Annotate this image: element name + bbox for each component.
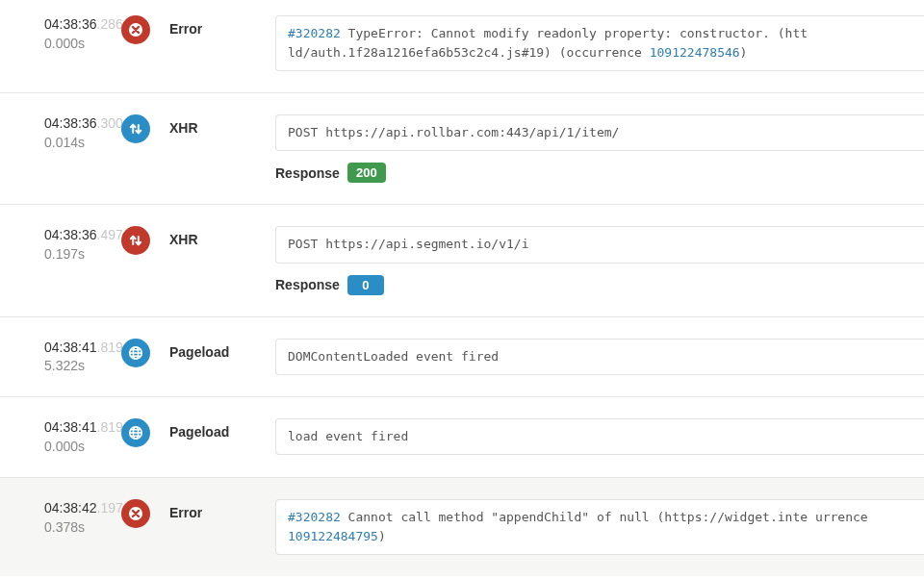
duration: 0.378s (44, 518, 121, 537)
timestamp-cell: 04:38:36.300 0.014s (0, 114, 121, 152)
detail-text: POST https://api.segment.io/v1/i (288, 237, 528, 251)
detail-cell: DOMContentLoaded event fired (275, 339, 924, 375)
timestamp-ms: .300 (97, 115, 123, 131)
timestamp-hms: 04:38:42 (44, 500, 97, 516)
event-type: Error (169, 15, 275, 37)
timestamp-ms: .819 (97, 340, 123, 355)
timestamp-cell: 04:38:36.286 0.000s (0, 15, 121, 53)
response-label: Response (275, 165, 340, 181)
detail-box[interactable]: load event fired (275, 418, 924, 455)
timestamp-ms: .286 (97, 16, 123, 32)
globe-icon (121, 339, 150, 367)
duration: 0.197s (44, 245, 121, 264)
detail-cell: POST https://api.rollbar.com:443/api/1/i… (275, 114, 924, 183)
timestamp-cell: 04:38:42.197 0.378s (0, 499, 121, 537)
event-type: XHR (169, 226, 275, 247)
duration: 0.000s (44, 438, 121, 456)
timestamp-ms: .497 (97, 227, 123, 242)
icon-cell (121, 499, 169, 528)
timestamp-ms: .819 (97, 419, 123, 435)
event-type: XHR (169, 114, 275, 136)
detail-text: Cannot call method "appendChild" of null… (341, 510, 868, 524)
detail-cell: #320282 TypeError: Cannot modify readonl… (275, 15, 924, 71)
detail-text: ) (740, 45, 748, 60)
timestamp-hms: 04:38:36 (44, 115, 97, 131)
icon-cell (121, 15, 169, 44)
item-link[interactable]: #320282 (288, 26, 341, 40)
item-link[interactable]: #320282 (288, 510, 341, 524)
detail-text: DOMContentLoaded event fired (288, 349, 499, 364)
response-status-badge: 200 (347, 163, 386, 183)
log-row[interactable]: 04:38:36.300 0.014s XHR POST https://api… (0, 93, 924, 205)
icon-cell (121, 418, 169, 447)
detail-cell: POST https://api.segment.io/v1/i Respons… (275, 226, 924, 294)
detail-text: POST https://api.rollbar.com:443/api/1/i… (288, 125, 619, 139)
log-row[interactable]: 04:38:36.497 0.197s XHR POST https://api… (0, 205, 924, 316)
icon-cell (121, 226, 169, 255)
event-type: Error (169, 499, 275, 520)
telemetry-log-list: 04:38:36.286 0.000s Error #320282 TypeEr… (0, 0, 924, 576)
detail-box[interactable]: #320282 TypeError: Cannot modify readonl… (275, 15, 924, 71)
timestamp-hms: 04:38:36 (44, 227, 97, 242)
timestamp-cell: 04:38:41.819 5.322s (0, 339, 121, 376)
error-icon (121, 15, 150, 44)
detail-box[interactable]: POST https://api.segment.io/v1/i (275, 226, 924, 263)
duration: 0.014s (44, 134, 121, 152)
timestamp-ms: .197 (97, 500, 123, 516)
occurrence-link[interactable]: 109122478546 (650, 45, 740, 60)
timestamp-cell: 04:38:41.819 0.000s (0, 418, 121, 456)
xhr-icon (121, 226, 150, 255)
detail-cell: load event fired (275, 418, 924, 455)
detail-cell: #320282 Cannot call method "appendChild"… (275, 499, 924, 555)
timestamp-hms: 04:38:41 (44, 419, 97, 435)
response-status-badge: 0 (347, 275, 384, 295)
detail-box[interactable]: DOMContentLoaded event fired (275, 339, 924, 375)
event-type: Pageload (169, 339, 275, 360)
timestamp-hms: 04:38:36 (44, 16, 97, 32)
xhr-icon (121, 114, 150, 143)
log-row[interactable]: 04:38:41.819 5.322s Pageload DOMContentL… (0, 317, 924, 398)
event-type: Pageload (169, 418, 275, 440)
timestamp-hms: 04:38:41 (44, 340, 97, 355)
response-line: Response200 (275, 163, 924, 183)
detail-text: load event fired (288, 429, 408, 443)
response-label: Response (275, 277, 340, 292)
detail-text: ) (378, 529, 386, 543)
timestamp-cell: 04:38:36.497 0.197s (0, 226, 121, 264)
response-line: Response0 (275, 275, 924, 295)
log-row[interactable]: 04:38:41.819 0.000s Pageload load event … (0, 397, 924, 478)
error-icon (121, 499, 150, 528)
log-row[interactable]: 04:38:36.286 0.000s Error #320282 TypeEr… (0, 0, 924, 93)
icon-cell (121, 339, 169, 367)
log-row[interactable]: 04:38:42.197 0.378s Error #320282 Cannot… (0, 478, 924, 576)
occurrence-link[interactable]: 109122484795 (288, 529, 378, 543)
icon-cell (121, 114, 169, 143)
globe-icon (121, 418, 150, 447)
duration: 0.000s (44, 35, 121, 53)
duration: 5.322s (44, 357, 121, 375)
detail-box[interactable]: POST https://api.rollbar.com:443/api/1/i… (275, 114, 924, 151)
detail-box[interactable]: #320282 Cannot call method "appendChild"… (275, 499, 924, 555)
